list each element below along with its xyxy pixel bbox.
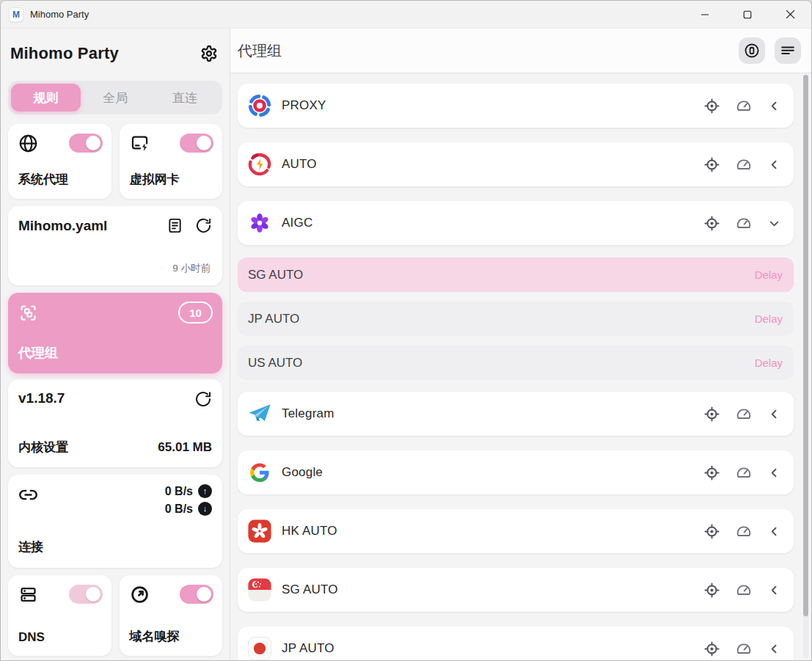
tab-rule[interactable]: 规则 — [11, 84, 81, 112]
close-button[interactable] — [769, 1, 811, 28]
collapse-button[interactable] — [767, 525, 781, 538]
speed-test-icon — [736, 464, 752, 481]
connections-card[interactable]: 0 B/s ↑ 0 B/s ↓ 连接 — [8, 475, 222, 568]
chevron-left-icon — [767, 99, 781, 113]
collapse-button[interactable] — [767, 158, 781, 172]
locate-button[interactable] — [703, 406, 720, 423]
profile-refresh-button[interactable] — [195, 217, 212, 234]
locate-icon — [703, 98, 720, 114]
speed-test-button[interactable] — [736, 215, 752, 231]
list-layout-button[interactable] — [775, 37, 801, 64]
tab-direct[interactable]: 直连 — [150, 84, 219, 112]
dns-toggle[interactable] — [69, 585, 103, 604]
speed-test-icon — [736, 406, 752, 422]
tun-toggle[interactable] — [180, 134, 213, 153]
core-restart-button[interactable] — [194, 390, 212, 408]
proxy-group-row[interactable]: HK AUTO — [238, 509, 794, 553]
collapse-button[interactable] — [767, 407, 781, 421]
speed-test-icon — [736, 640, 752, 657]
delay-value[interactable]: Delay — [755, 269, 783, 281]
speed-test-button[interactable] — [736, 156, 752, 172]
speed-test-button[interactable] — [736, 582, 752, 598]
locate-button[interactable] — [703, 464, 720, 481]
profile-edit-button[interactable] — [167, 217, 183, 234]
outbound-mode-tabs: 规则 全局 直连 — [8, 81, 222, 114]
locate-button[interactable] — [703, 215, 720, 232]
core-memory-usage: 65.01 MB — [158, 440, 212, 455]
sidebar-header: Mihomo Party — [8, 37, 222, 70]
speed-test-button[interactable] — [736, 523, 752, 539]
dns-card[interactable]: DNS — [8, 575, 111, 656]
speed-test-icon — [736, 156, 752, 172]
circled-zero-icon — [744, 43, 760, 59]
speed-test-icon — [736, 523, 752, 539]
upload-arrow-icon: ↑ — [198, 484, 212, 498]
locate-button[interactable] — [703, 156, 720, 173]
chevron-left-icon — [767, 158, 781, 172]
globe-icon — [18, 134, 38, 156]
delay-mode-button[interactable] — [739, 37, 765, 64]
upload-speed: 0 B/s ↑ — [165, 484, 212, 498]
settings-button[interactable] — [200, 45, 218, 62]
sniff-label: 域名嗅探 — [130, 628, 180, 645]
locate-button[interactable] — [703, 523, 720, 540]
scrollbar-thumb[interactable] — [803, 75, 808, 616]
refresh-icon — [195, 217, 212, 234]
window-controls — [684, 1, 811, 28]
gear-icon — [200, 45, 218, 62]
proxy-group-row[interactable]: Google — [238, 450, 794, 494]
align-lines-icon — [780, 43, 796, 59]
tab-global[interactable]: 全局 — [81, 84, 150, 112]
sniff-card[interactable]: 域名嗅探 — [120, 575, 223, 656]
system-proxy-card[interactable]: 系统代理 — [8, 124, 111, 199]
proxy-group-list: PROXY — [230, 73, 811, 660]
collapse-button[interactable] — [767, 583, 781, 597]
openai-icon — [247, 211, 272, 235]
proxy-group-row[interactable]: Telegram — [238, 392, 794, 436]
minimize-button[interactable] — [684, 1, 726, 28]
chevron-left-icon — [767, 583, 781, 597]
proxy-group-row[interactable]: PROXY — [238, 84, 794, 128]
sniff-toggle[interactable] — [180, 585, 213, 604]
locate-icon — [703, 582, 720, 599]
collapse-button[interactable] — [767, 642, 781, 656]
core-settings-card[interactable]: v1.18.7 内核设置 65.01 MB — [8, 379, 222, 467]
sidebar-item-proxy-groups[interactable]: 10 代理组 — [8, 293, 222, 373]
main-header: 代理组 — [230, 29, 811, 73]
locate-button[interactable] — [703, 98, 720, 114]
locate-button[interactable] — [703, 640, 720, 657]
file-text-icon — [167, 217, 183, 234]
profile-card[interactable]: Mihomo.yaml 9 小时前 — [8, 206, 222, 285]
speed-test-button[interactable] — [736, 98, 752, 114]
speed-test-icon — [736, 215, 752, 231]
sidebar-app-title: Mihomo Party — [10, 44, 119, 63]
proxy-node-item[interactable]: SG AUTO Delay — [238, 258, 794, 292]
proxy-group-row[interactable]: AIGC — [238, 201, 794, 245]
google-icon — [247, 460, 272, 485]
proxy-node-item[interactable]: US AUTO Delay — [238, 346, 794, 380]
locate-button[interactable] — [703, 582, 720, 599]
maximize-button[interactable] — [726, 1, 769, 28]
tun-card[interactable]: 虚拟网卡 — [120, 124, 223, 199]
core-settings-label: 内核设置 — [18, 439, 68, 456]
collapse-button[interactable] — [767, 216, 781, 230]
proxy-group-label: 代理组 — [18, 344, 58, 362]
connections-label: 连接 — [18, 538, 43, 555]
collapse-button[interactable] — [767, 466, 781, 480]
delay-value[interactable]: Delay — [755, 313, 783, 325]
delay-value[interactable]: Delay — [755, 357, 783, 369]
proxy-group-count-badge: 10 — [178, 302, 213, 324]
sidebar: Mihomo Party 规则 全局 直连 — [1, 29, 230, 660]
system-proxy-toggle[interactable] — [69, 134, 103, 153]
speed-test-button[interactable] — [736, 464, 752, 481]
proxy-node-item[interactable]: JP AUTO Delay — [238, 302, 794, 336]
speed-test-button[interactable] — [736, 406, 752, 422]
chevron-left-icon — [767, 466, 781, 480]
speed-test-button[interactable] — [736, 640, 752, 657]
proxy-group-row[interactable]: SG AUTO — [238, 568, 794, 612]
window-title: Mihomo Party — [30, 9, 89, 20]
core-version: v1.18.7 — [18, 390, 212, 406]
proxy-group-row[interactable]: AUTO — [238, 142, 794, 186]
collapse-button[interactable] — [767, 99, 781, 113]
proxy-group-row[interactable]: JP AUTO — [238, 627, 794, 660]
